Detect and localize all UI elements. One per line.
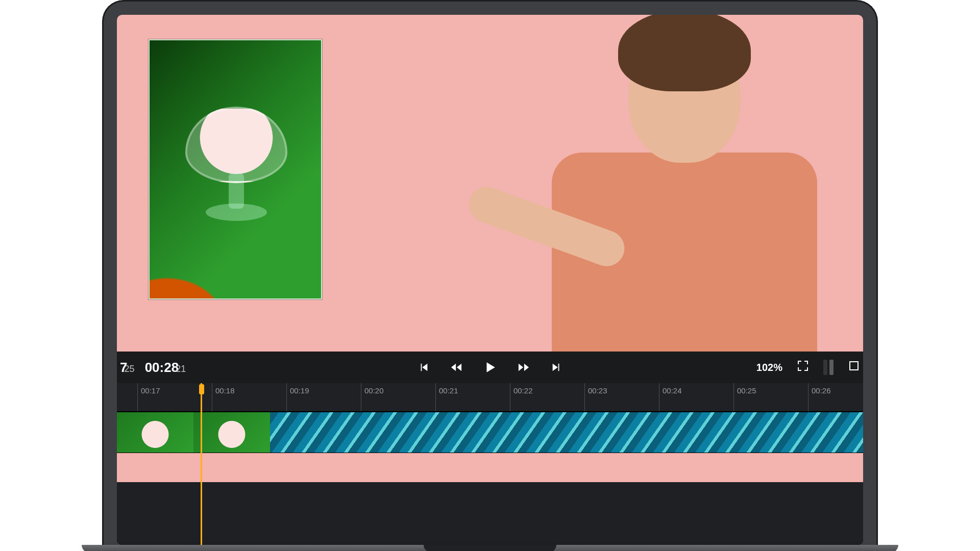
ruler-tick: 00:25 (733, 383, 756, 411)
viewer-tools: 102% (756, 360, 863, 375)
transport-bar: 7 25 00:28 21 (117, 352, 863, 383)
playback-controls (418, 361, 562, 374)
preview-monitor[interactable] (117, 15, 863, 352)
timeline-clip[interactable] (117, 453, 863, 482)
zoom-level[interactable]: 102% (756, 362, 782, 373)
playhead[interactable] (201, 383, 202, 545)
duration-timecode: 00:28 (145, 360, 179, 375)
current-frames: 25 (125, 364, 135, 374)
video-editor-app: 7 25 00:28 21 (117, 15, 863, 545)
ruler-tick: 00:26 (808, 383, 831, 411)
fast-forward-button[interactable] (518, 362, 529, 373)
ruler-tick: 00:18 (212, 383, 235, 411)
compare-view-icon[interactable] (823, 360, 834, 375)
play-button[interactable] (483, 361, 497, 374)
video-track-2[interactable] (117, 453, 863, 482)
ruler-tick: 00:19 (286, 383, 309, 411)
ruler-tick: 00:21 (435, 383, 458, 411)
timeline[interactable]: 00:17 00:18 00:19 00:20 00:21 00:22 00:2… (117, 383, 863, 545)
preview-overlay-clip[interactable] (149, 39, 322, 299)
go-to-start-button[interactable] (418, 362, 429, 373)
fullscreen-icon[interactable] (797, 360, 809, 375)
laptop-screen: 7 25 00:28 21 (117, 15, 863, 545)
video-track-1[interactable] (117, 412, 863, 453)
timeline-clip[interactable] (270, 412, 863, 453)
settings-icon[interactable] (848, 360, 860, 375)
go-to-end-button[interactable] (551, 362, 562, 373)
laptop-lid: 7 25 00:28 21 (102, 0, 878, 545)
timeline-ruler[interactable]: 00:17 00:18 00:19 00:20 00:21 00:22 00:2… (117, 383, 863, 412)
ruler-tick: 00:22 (510, 383, 533, 411)
ruler-tick: 00:20 (361, 383, 384, 411)
timeline-clip[interactable] (117, 412, 270, 453)
duration-frames: 21 (176, 364, 186, 374)
preview-main-clip (445, 15, 863, 352)
rewind-button[interactable] (451, 362, 462, 373)
ruler-tick: 00:24 (659, 383, 682, 411)
ruler-tick: 00:17 (137, 383, 160, 411)
laptop-base (82, 545, 898, 551)
timecode-readout: 7 25 00:28 21 (117, 360, 186, 375)
laptop-mockup: 7 25 00:28 21 (82, 0, 898, 551)
ruler-tick: 00:23 (584, 383, 607, 411)
